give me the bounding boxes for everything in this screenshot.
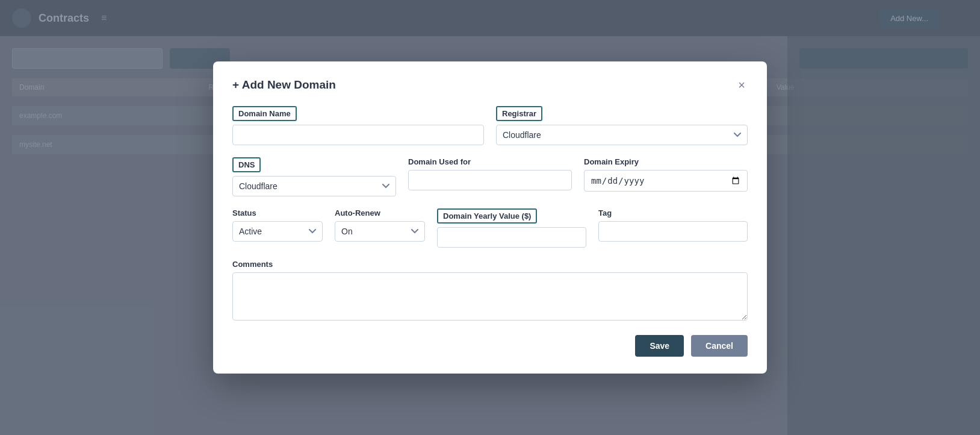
domain-used-for-input[interactable]: [408, 170, 572, 190]
domain-name-label: Domain Name: [232, 106, 297, 121]
domain-registrar-row: Domain Name Registrar Cloudflare GoDaddy…: [232, 106, 748, 145]
dns-select[interactable]: Cloudflare GoDaddy Namecheap Other: [232, 176, 396, 196]
domain-used-for-group: Domain Used for: [408, 157, 572, 196]
dns-label: DNS: [232, 157, 261, 172]
comments-group: Comments: [232, 260, 748, 321]
registrar-select[interactable]: Cloudflare GoDaddy Namecheap Google Doma…: [496, 125, 748, 145]
comments-textarea[interactable]: [232, 272, 748, 321]
modal-header: + Add New Domain ×: [232, 78, 748, 92]
status-label: Status: [232, 208, 323, 218]
domain-used-for-label: Domain Used for: [408, 157, 572, 166]
save-button[interactable]: Save: [635, 335, 684, 357]
dns-row: DNS Cloudflare GoDaddy Namecheap Other D…: [232, 157, 748, 196]
comments-label: Comments: [232, 260, 748, 269]
modal-backdrop: + Add New Domain × Domain Name Registrar…: [0, 0, 980, 435]
tag-label: Tag: [598, 208, 748, 218]
tag-input[interactable]: [598, 221, 748, 242]
domain-expiry-group: Domain Expiry: [584, 157, 748, 196]
domain-expiry-label: Domain Expiry: [584, 157, 748, 166]
domain-name-group: Domain Name: [232, 106, 484, 145]
status-group: Status Active Inactive Expired: [232, 208, 323, 242]
add-domain-modal: + Add New Domain × Domain Name Registrar…: [213, 61, 767, 374]
modal-title: + Add New Domain: [232, 78, 336, 92]
comments-row: Comments: [232, 260, 748, 321]
modal-close-button[interactable]: ×: [736, 79, 748, 91]
yearly-value-input[interactable]: [437, 227, 586, 248]
auto-renew-group: Auto-Renew On Off: [335, 208, 425, 242]
domain-name-input[interactable]: [232, 125, 484, 145]
dns-group: DNS Cloudflare GoDaddy Namecheap Other: [232, 157, 396, 196]
domain-expiry-input[interactable]: [584, 170, 748, 192]
cancel-button[interactable]: Cancel: [691, 335, 748, 357]
status-select[interactable]: Active Inactive Expired: [232, 221, 323, 242]
yearly-value-group: Domain Yearly Value ($): [437, 208, 586, 248]
tag-group: Tag: [598, 208, 748, 242]
registrar-label: Registrar: [496, 106, 542, 121]
auto-renew-select[interactable]: On Off: [335, 221, 425, 242]
status-row: Status Active Inactive Expired Auto-Rene…: [232, 208, 748, 248]
registrar-group: Registrar Cloudflare GoDaddy Namecheap G…: [496, 106, 748, 145]
modal-footer: Save Cancel: [232, 335, 748, 357]
yearly-value-label: Domain Yearly Value ($): [437, 208, 537, 224]
auto-renew-label: Auto-Renew: [335, 208, 425, 218]
